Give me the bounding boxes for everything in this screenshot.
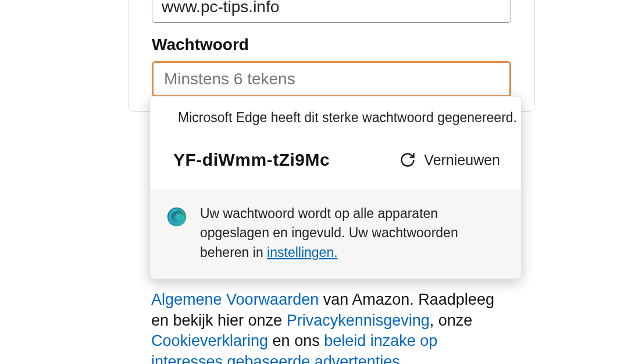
terms-link[interactable]: Algemene Voorwaarden [151,291,319,308]
popup-footer-row: Uw wachtwoord wordt op alle apparaten op… [150,190,521,279]
popup-header-text: Microsoft Edge heeft dit sterke wachtwoo… [178,110,517,126]
popup-header-row: Microsoft Edge heeft dit sterke wachtwoo… [150,97,521,136]
password-input[interactable]: Minstens 6 tekens [152,61,511,97]
terms-seg3: en ons [268,332,324,349]
form-card: www.pc-tips.info Wachtwoord Minstens 6 t… [128,0,535,112]
generated-password[interactable]: YF-diWmm-tZi9Mc [173,150,330,170]
password-label: Wachtwoord [152,35,511,54]
cookie-link[interactable]: Cookieverklaring [151,332,268,349]
password-suggestion-popup: Microsoft Edge heeft dit sterke wachtwoo… [149,96,522,279]
website-input[interactable]: www.pc-tips.info [152,0,511,23]
settings-link[interactable]: instellingen. [267,245,337,260]
popup-footer-text: Uw wachtwoord wordt op alle apparaten op… [200,204,501,262]
refresh-icon [399,152,416,168]
terms-seg2: , onze [430,312,473,329]
refresh-label: Vernieuwen [424,152,500,169]
refresh-button[interactable]: Vernieuwen [399,152,500,169]
terms-text: Algemene Voorwaarden van Amazon. Raadple… [151,290,512,364]
popup-password-row: YF-diWmm-tZi9Mc Vernieuwen [150,136,521,190]
terms-seg4: . [400,353,405,364]
privacy-link[interactable]: Privacykennisgeving [287,312,430,329]
edge-icon [166,206,187,227]
